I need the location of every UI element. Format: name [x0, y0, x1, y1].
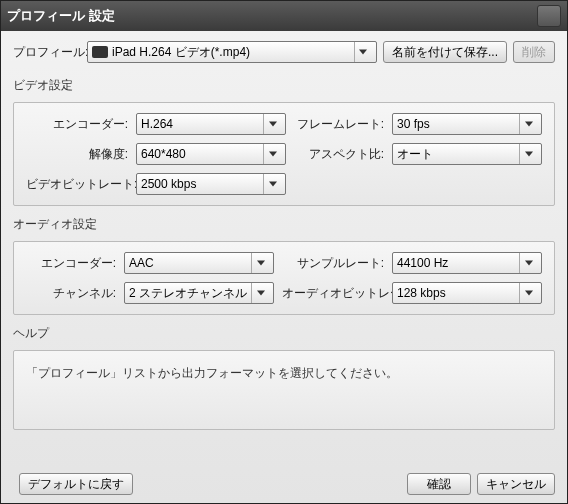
video-bitrate-label: ビデオビットレート:: [26, 176, 128, 193]
chevron-down-icon: [519, 114, 537, 134]
audio-bitrate-label: オーディオビットレート:: [282, 285, 384, 302]
device-icon: [92, 46, 108, 58]
help-box: 「プロフィール」リストから出力フォーマットを選択してください。: [13, 350, 555, 430]
help-text: 「プロフィール」リストから出力フォーマットを選択してください。: [26, 366, 398, 380]
resolution-label: 解像度:: [26, 146, 128, 163]
window-title: プロフィール 設定: [7, 7, 115, 25]
audio-settings-group: エンコーダー: AAC サンプルレート: 44100 Hz チャンネル: 2 ス…: [13, 241, 555, 315]
default-reset-button[interactable]: デフォルトに戻す: [19, 473, 133, 495]
audio-bitrate-select[interactable]: 128 kbps: [392, 282, 542, 304]
chevron-down-icon: [263, 114, 281, 134]
profile-select[interactable]: iPad H.264 ビデオ(*.mp4): [87, 41, 377, 63]
chevron-down-icon: [263, 174, 281, 194]
delete-button[interactable]: 削除: [513, 41, 555, 63]
channel-select[interactable]: 2 ステレオチャンネル: [124, 282, 274, 304]
ok-button[interactable]: 確認: [407, 473, 471, 495]
profile-value: iPad H.264 ビデオ(*.mp4): [112, 44, 354, 61]
sample-rate-label: サンプルレート:: [282, 255, 384, 272]
video-encoder-label: エンコーダー:: [26, 116, 128, 133]
video-settings-group: エンコーダー: H.264 フレームレート: 30 fps 解像度: 640*4…: [13, 102, 555, 206]
chevron-down-icon: [251, 253, 269, 273]
chevron-down-icon: [519, 144, 537, 164]
aspect-select[interactable]: オート: [392, 143, 542, 165]
frame-rate-select[interactable]: 30 fps: [392, 113, 542, 135]
window: プロフィール 設定 プロフィール: iPad H.264 ビデオ(*.mp4) …: [0, 0, 568, 504]
channel-label: チャンネル:: [26, 285, 116, 302]
content: プロフィール: iPad H.264 ビデオ(*.mp4) 名前を付けて保存..…: [1, 31, 567, 503]
cancel-button[interactable]: キャンセル: [477, 473, 555, 495]
video-bitrate-select[interactable]: 2500 kbps: [136, 173, 286, 195]
resolution-select[interactable]: 640*480: [136, 143, 286, 165]
frame-rate-label: フレームレート:: [294, 116, 384, 133]
footer: デフォルトに戻す 確認 キャンセル: [13, 467, 555, 495]
profile-label: プロフィール:: [13, 44, 81, 61]
titlebar: プロフィール 設定: [1, 1, 567, 31]
chevron-down-icon: [263, 144, 281, 164]
audio-encoder-select[interactable]: AAC: [124, 252, 274, 274]
video-encoder-select[interactable]: H.264: [136, 113, 286, 135]
help-section-label: ヘルプ: [13, 325, 555, 342]
chevron-down-icon: [519, 283, 537, 303]
chevron-down-icon: [519, 253, 537, 273]
audio-section-label: オーディオ設定: [13, 216, 555, 233]
chevron-down-icon: [251, 283, 269, 303]
chevron-down-icon: [354, 42, 372, 62]
audio-encoder-label: エンコーダー:: [26, 255, 116, 272]
aspect-label: アスペクト比:: [294, 146, 384, 163]
video-section-label: ビデオ設定: [13, 77, 555, 94]
sample-rate-select[interactable]: 44100 Hz: [392, 252, 542, 274]
profile-row: プロフィール: iPad H.264 ビデオ(*.mp4) 名前を付けて保存..…: [13, 41, 555, 63]
save-as-button[interactable]: 名前を付けて保存...: [383, 41, 507, 63]
close-button[interactable]: [537, 5, 561, 27]
